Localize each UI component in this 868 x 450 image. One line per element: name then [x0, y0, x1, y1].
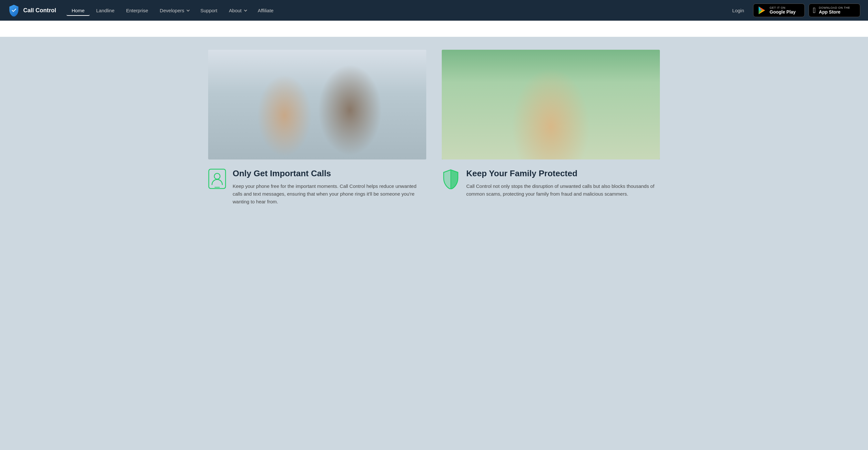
- chevron-down-icon: [244, 8, 247, 11]
- login-link[interactable]: Login: [727, 5, 749, 16]
- svg-rect-32: [442, 50, 660, 108]
- svg-point-41: [510, 100, 512, 102]
- brand-logo-icon: [8, 4, 20, 17]
- svg-point-36: [583, 54, 636, 95]
- svg-rect-25: [326, 111, 352, 148]
- svg-point-40: [506, 100, 507, 102]
- feature-text-calls: Only Get Important Calls Keep your phone…: [232, 169, 426, 206]
- nav-item-developers[interactable]: Developers: [155, 5, 194, 16]
- nav-item-about[interactable]: About: [224, 5, 251, 16]
- svg-rect-50: [532, 125, 543, 126]
- svg-rect-18: [272, 128, 292, 143]
- person-icon: [208, 169, 226, 189]
- nav-links: Home Landline Enterprise Developers Supp…: [66, 5, 727, 16]
- svg-rect-9: [225, 128, 413, 159]
- svg-rect-6: [208, 50, 426, 115]
- svg-point-38: [499, 89, 518, 110]
- svg-point-45: [582, 82, 611, 117]
- chevron-down-icon: [187, 8, 190, 11]
- feature-heading-calls: Only Get Important Calls: [232, 169, 426, 179]
- nav-item-landline[interactable]: Landline: [91, 5, 120, 16]
- svg-point-46: [585, 73, 608, 97]
- main-content: Only Get Important Calls Keep your phone…: [0, 37, 868, 225]
- svg-point-33: [576, 95, 657, 148]
- shield-half-icon: [442, 169, 460, 189]
- card-image-elderly: [208, 50, 426, 159]
- svg-point-21: [328, 68, 350, 93]
- nav-right: Login GET IT ON: [727, 4, 860, 17]
- google-play-text: GET IT ON Google Play: [770, 6, 796, 14]
- svg-rect-19: [273, 129, 291, 142]
- card-important-calls: Only Get Important Calls Keep your phone…: [208, 50, 426, 206]
- nav-item-affiliate[interactable]: Affiliate: [253, 5, 279, 16]
- svg-rect-22: [332, 82, 338, 86]
- svg-rect-10: [225, 121, 235, 159]
- svg-rect-51: [532, 128, 541, 129]
- family-illustration: [442, 50, 660, 159]
- svg-rect-15: [283, 84, 288, 87]
- svg-rect-48: [529, 121, 546, 151]
- svg-point-12: [267, 83, 297, 119]
- feature-desc-family: Call Control not only stops the disrupti…: [466, 182, 660, 198]
- svg-rect-39: [499, 123, 518, 153]
- navbar: Call Control Home Landline Enterprise De…: [0, 0, 868, 21]
- app-store-badge[interactable]:  Download on the App Store: [809, 4, 860, 17]
- svg-rect-27: [339, 132, 348, 146]
- svg-rect-52: [532, 131, 542, 132]
- svg-rect-49: [530, 123, 545, 148]
- hero-spacer: [0, 21, 868, 37]
- svg-point-20: [323, 80, 355, 119]
- nav-item-home[interactable]: Home: [66, 5, 90, 16]
- svg-point-42: [538, 85, 567, 118]
- google-play-icon: [757, 6, 766, 15]
- svg-rect-8: [316, 54, 383, 108]
- svg-point-35: [442, 118, 502, 159]
- svg-rect-44: [541, 113, 564, 147]
- card-image-family: [442, 50, 660, 159]
- svg-point-13: [271, 71, 293, 95]
- feature-text-family: Keep Your Family Protected Call Control …: [466, 169, 660, 198]
- app-store-text: Download on the App Store: [819, 6, 850, 14]
- card-feature-calls: Only Get Important Calls Keep your phone…: [208, 169, 426, 206]
- svg-rect-14: [276, 84, 281, 87]
- feature-heading-family: Keep Your Family Protected: [466, 169, 660, 179]
- svg-rect-26: [339, 131, 349, 148]
- brand-logo-link[interactable]: Call Control: [8, 4, 56, 17]
- card-feature-family: Keep Your Family Protected Call Control …: [442, 169, 660, 198]
- apple-icon: : [813, 6, 816, 15]
- svg-rect-7: [235, 54, 302, 108]
- svg-rect-11: [403, 121, 413, 159]
- nav-item-support[interactable]: Support: [195, 5, 223, 16]
- svg-rect-5: [208, 50, 426, 159]
- svg-rect-23: [340, 82, 346, 86]
- svg-point-37: [496, 96, 522, 126]
- svg-rect-17: [270, 113, 293, 147]
- feature-desc-calls: Keep your phone free for the important m…: [232, 182, 426, 206]
- brand-name: Call Control: [23, 7, 56, 14]
- svg-point-43: [542, 76, 563, 99]
- cards-grid: Only Get Important Calls Keep your phone…: [208, 50, 660, 206]
- elderly-couple-illustration: [208, 50, 426, 159]
- svg-point-34: [616, 108, 660, 148]
- svg-rect-31: [442, 50, 660, 159]
- svg-rect-47: [586, 113, 606, 147]
- google-play-badge[interactable]: GET IT ON Google Play: [753, 4, 805, 17]
- svg-point-29: [214, 173, 220, 179]
- card-family-protected: Keep Your Family Protected Call Control …: [442, 50, 660, 206]
- nav-item-enterprise[interactable]: Enterprise: [121, 5, 153, 16]
